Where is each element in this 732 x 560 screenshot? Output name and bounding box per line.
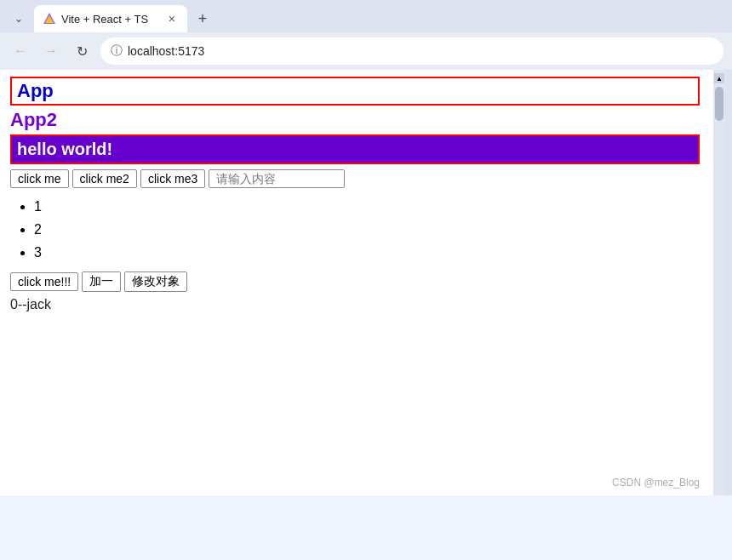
buttons-row: click me click me2 click me3: [10, 169, 703, 188]
list-item: 3: [34, 241, 703, 264]
page-content: App App2 hello world! click me click me2…: [0, 70, 713, 495]
list-section: 1 2 3: [10, 195, 703, 265]
app2-heading: App2: [10, 109, 703, 131]
hello-world-bar: hello world!: [10, 134, 700, 164]
click-me2-button[interactable]: click me2: [72, 169, 137, 188]
number-list: 1 2 3: [10, 195, 703, 265]
active-tab[interactable]: Vite + React + TS ×: [34, 5, 187, 32]
url-text: localhost:5173: [128, 44, 204, 58]
watermark: CSDN @mez_Blog: [612, 477, 700, 489]
app-heading: App: [10, 77, 700, 106]
add-one-button[interactable]: 加一: [82, 271, 121, 292]
scrollbar-right[interactable]: ▲: [713, 70, 725, 495]
back-button[interactable]: ←: [9, 39, 32, 63]
new-tab-button[interactable]: +: [191, 7, 214, 31]
modify-object-button[interactable]: 修改对象: [124, 271, 187, 292]
scroll-up-button[interactable]: ▲: [714, 73, 724, 83]
forward-button[interactable]: →: [39, 39, 63, 63]
click-me3-button[interactable]: click me3: [140, 169, 205, 188]
vite-favicon-icon: [43, 12, 56, 26]
text-input[interactable]: [209, 169, 345, 188]
bottom-buttons-row: click me!!! 加一 修改对象: [10, 271, 703, 292]
tab-scroll-left[interactable]: ⌄: [7, 7, 31, 31]
tab-close-button[interactable]: ×: [165, 10, 179, 27]
url-bar[interactable]: ⓘ localhost:5173: [100, 37, 723, 65]
state-text: 0--jack: [10, 297, 703, 312]
reload-button[interactable]: ↻: [70, 39, 94, 63]
list-item: 1: [34, 195, 703, 218]
info-icon: ⓘ: [111, 43, 123, 59]
click-me-exclaim-button[interactable]: click me!!!: [10, 272, 78, 291]
scroll-thumb[interactable]: [715, 87, 723, 121]
list-item: 2: [34, 218, 703, 241]
tab-title: Vite + React + TS: [61, 13, 160, 26]
address-bar: ← → ↻ ⓘ localhost:5173: [0, 32, 732, 70]
chevron-down-icon: ⌄: [14, 13, 23, 25]
click-me-button[interactable]: click me: [10, 169, 69, 188]
